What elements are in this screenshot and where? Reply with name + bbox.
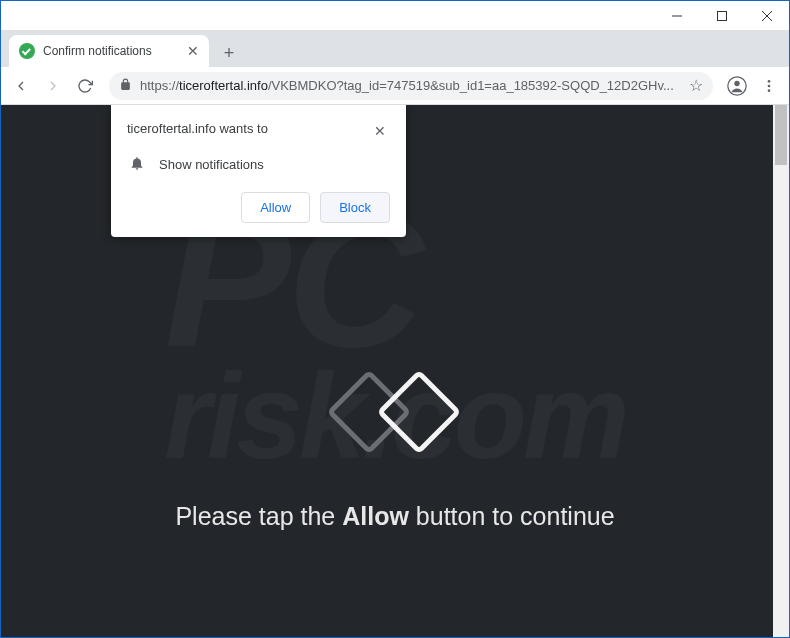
reload-button[interactable] [71,72,99,100]
browser-window: Confirm notifications ✕ + https://ticero… [0,0,790,638]
loading-diamonds-icon [315,372,475,452]
window-controls [654,1,789,30]
url-text: https://ticeroftertal.info/VKBMDKO?tag_i… [140,78,681,93]
browser-toolbar: https://ticeroftertal.info/VKBMDKO?tag_i… [1,67,789,105]
close-tab-icon[interactable]: ✕ [187,44,199,58]
block-button[interactable]: Block [320,192,390,223]
svg-point-5 [734,80,739,85]
msg-prefix: Please tap the [175,502,342,530]
maximize-button[interactable] [699,1,744,30]
msg-suffix: button to continue [409,502,615,530]
new-tab-button[interactable]: + [215,39,243,67]
close-window-button[interactable] [744,1,789,30]
profile-avatar-icon[interactable] [723,72,751,100]
close-prompt-icon[interactable]: ✕ [370,121,390,141]
instruction-message: Please tap the Allow button to continue [175,502,614,531]
favicon-checkmark-icon [19,43,35,59]
permission-label: Show notifications [159,157,264,172]
svg-point-8 [768,89,771,92]
forward-button[interactable] [39,72,67,100]
url-path: /VKBMDKO?tag_id=747519&sub_id1=aa_185392… [268,78,674,93]
msg-bold: Allow [342,502,409,530]
vertical-scrollbar[interactable] [773,105,789,637]
prompt-header: ticeroftertal.info wants to ✕ [127,121,390,141]
url-scheme: https:// [140,78,179,93]
scrollbar-thumb[interactable] [775,105,787,165]
kebab-menu-icon[interactable] [755,72,783,100]
notification-permission-prompt: ticeroftertal.info wants to ✕ Show notif… [111,105,406,237]
url-host: ticeroftertal.info [179,78,268,93]
bookmark-star-icon[interactable]: ☆ [689,76,703,95]
svg-rect-1 [717,11,726,20]
svg-point-6 [768,80,771,83]
prompt-actions: Allow Block [127,192,390,223]
prompt-origin-text: ticeroftertal.info wants to [127,121,268,136]
lock-icon [119,78,132,94]
window-titlebar [1,1,789,31]
tab-title: Confirm notifications [43,44,179,58]
svg-point-7 [768,84,771,87]
prompt-body: Show notifications [127,155,390,174]
address-bar[interactable]: https://ticeroftertal.info/VKBMDKO?tag_i… [109,72,713,100]
browser-tab[interactable]: Confirm notifications ✕ [9,35,209,67]
back-button[interactable] [7,72,35,100]
page-viewport: PC risk.com Please tap the Allow button … [1,105,789,637]
minimize-button[interactable] [654,1,699,30]
tab-strip: Confirm notifications ✕ + [1,31,789,67]
bell-icon [129,155,145,174]
allow-button[interactable]: Allow [241,192,310,223]
